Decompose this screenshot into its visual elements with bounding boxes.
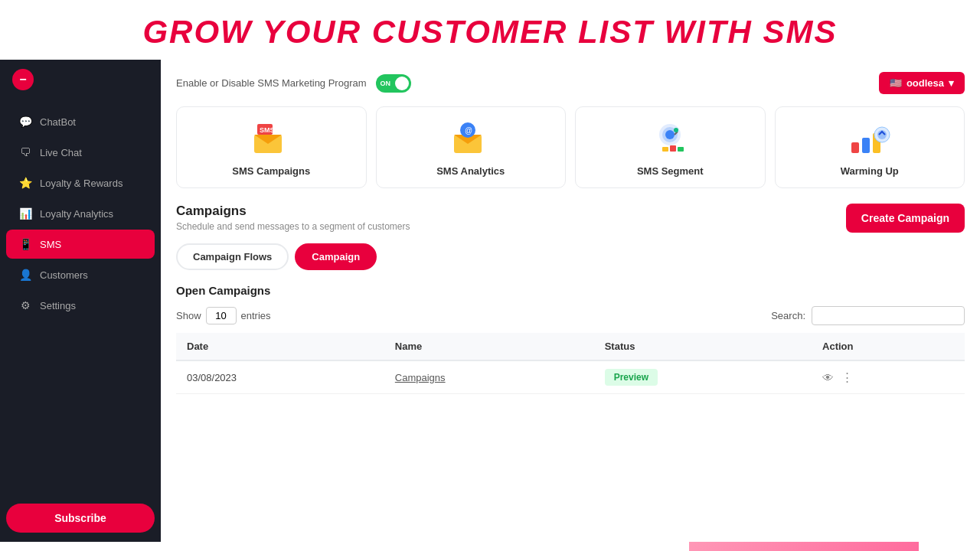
- status-badge: Preview: [605, 369, 658, 386]
- sms-campaigns-icon: SMS: [250, 121, 292, 158]
- subscribe-button[interactable]: Subscribe: [6, 504, 155, 533]
- sms-segment-label: SMS Segment: [637, 165, 704, 177]
- customers-icon: 👤: [18, 268, 32, 282]
- chevron-down-icon: ▾: [949, 77, 954, 89]
- row-date: 03/08/2023: [176, 360, 384, 394]
- logo-icon: −: [12, 69, 34, 90]
- toggle-switch[interactable]: ON: [376, 74, 411, 93]
- view-icon[interactable]: 👁: [822, 371, 834, 384]
- svg-point-14: [674, 128, 678, 132]
- campaigns-title: Campaigns: [176, 204, 410, 219]
- column-date: Date: [176, 333, 384, 360]
- loyalty-analytics-icon: 📊: [18, 207, 32, 220]
- toggle-label: Enable or Disable SMS Marketing Program: [176, 77, 367, 89]
- sidebar-item-label: ChatBot: [40, 116, 76, 128]
- sidebar-bottom: Subscribe: [0, 494, 161, 542]
- main-layout: − 💬ChatBot🗨Live Chat⭐Loyalty & Rewards📊L…: [0, 60, 980, 542]
- cards-row: SMS SMS Campaigns @ SMS Analytics SMS Se…: [176, 106, 965, 188]
- content-inner: Enable or Disable SMS Marketing Program …: [161, 60, 980, 542]
- sidebar-item-label: Settings: [40, 300, 76, 311]
- sidebar-nav: 💬ChatBot🗨Live Chat⭐Loyalty & Rewards📊Loy…: [0, 99, 161, 494]
- table-body: 03/08/2023CampaignsPreview 👁 ⋮: [176, 360, 965, 394]
- tabs-row: Campaign FlowsCampaign: [176, 243, 965, 270]
- svg-text:SMS: SMS: [260, 126, 275, 134]
- card-sms-analytics[interactable]: @ SMS Analytics: [376, 106, 567, 188]
- card-sms-campaigns[interactable]: SMS SMS Campaigns: [176, 106, 367, 188]
- card-sms-segment[interactable]: SMS Segment: [575, 106, 766, 188]
- data-table: DateNameStatusAction 03/08/2023Campaigns…: [176, 333, 965, 394]
- svg-text:@: @: [465, 126, 472, 135]
- chatbot-icon: 💬: [18, 115, 32, 129]
- toggle-on-label: ON: [381, 80, 391, 87]
- sidebar-item-chatbot[interactable]: 💬ChatBot: [6, 107, 155, 136]
- column-status: Status: [594, 333, 812, 360]
- sms-analytics-label: SMS Analytics: [436, 165, 505, 177]
- more-icon[interactable]: ⋮: [841, 370, 853, 384]
- row-action: 👁 ⋮: [812, 360, 965, 394]
- settings-icon: ⚙: [18, 298, 32, 312]
- search-label: Search:: [771, 310, 805, 321]
- sidebar-item-label: SMS: [40, 239, 61, 250]
- top-bar: Enable or Disable SMS Marketing Program …: [176, 72, 965, 94]
- search-input[interactable]: [812, 306, 965, 325]
- svg-rect-12: [670, 145, 676, 152]
- sidebar-item-label: Customers: [40, 269, 88, 281]
- live-chat-icon: 🗨: [18, 145, 32, 159]
- toggle-row: Enable or Disable SMS Marketing Program …: [176, 74, 411, 93]
- column-action: Action: [812, 333, 965, 360]
- sms-segment-icon: [648, 121, 691, 158]
- sidebar-item-settings[interactable]: ⚙Settings: [6, 291, 155, 320]
- loyalty-rewards-icon: ⭐: [18, 176, 32, 190]
- table-row: 03/08/2023CampaignsPreview 👁 ⋮: [176, 360, 965, 394]
- row-name[interactable]: Campaigns: [384, 360, 594, 394]
- column-name: Name: [384, 333, 594, 360]
- sidebar-item-label: Live Chat: [40, 147, 82, 158]
- sidebar-item-customers[interactable]: 👤Customers: [6, 260, 155, 289]
- sidebar-item-label: Loyalty Analytics: [40, 208, 113, 220]
- card-warming-up[interactable]: Warming Up: [775, 106, 965, 188]
- entries-label: entries: [241, 310, 271, 321]
- account-name: oodlesa: [906, 77, 944, 89]
- content-area: Enable or Disable SMS Marketing Program …: [161, 60, 980, 542]
- search-row: Search:: [771, 306, 965, 325]
- table-head: DateNameStatusAction: [176, 333, 965, 360]
- sidebar: − 💬ChatBot🗨Live Chat⭐Loyalty & Rewards📊L…: [0, 60, 161, 542]
- warming-up-label: Warming Up: [841, 165, 899, 177]
- svg-rect-15: [851, 142, 859, 153]
- row-status: Preview: [594, 360, 812, 394]
- sidebar-item-live-chat[interactable]: 🗨Live Chat: [6, 138, 155, 167]
- svg-point-10: [665, 130, 675, 139]
- campaigns-title-block: Campaigns Schedule and send messages to …: [176, 204, 410, 232]
- sidebar-item-label: Loyalty & Rewards: [40, 178, 122, 189]
- campaign-name-link[interactable]: Campaigns: [395, 372, 446, 383]
- sms-campaigns-label: SMS Campaigns: [232, 165, 310, 177]
- account-flag: 🇺🇸: [890, 77, 902, 89]
- action-icons: 👁 ⋮: [822, 370, 954, 384]
- entries-input[interactable]: [206, 307, 237, 324]
- tab-campaign[interactable]: Campaign: [295, 243, 377, 270]
- sidebar-item-loyalty-rewards[interactable]: ⭐Loyalty & Rewards: [6, 168, 155, 197]
- show-entries: Show entries: [176, 307, 271, 324]
- toggle-knob: [395, 77, 409, 90]
- open-campaigns-title: Open Campaigns: [176, 284, 965, 297]
- sms-analytics-icon: @: [449, 121, 492, 158]
- tab-campaign-flows[interactable]: Campaign Flows: [176, 243, 289, 270]
- table-header-row: DateNameStatusAction: [176, 333, 965, 360]
- page-title: GROW YOUR CUSTOMER LIST WITH SMS: [0, 14, 980, 51]
- campaigns-header: Campaigns Schedule and send messages to …: [176, 204, 965, 233]
- sidebar-item-loyalty-analytics[interactable]: 📊Loyalty Analytics: [6, 199, 155, 228]
- sidebar-item-sms[interactable]: 📱SMS: [6, 230, 155, 259]
- svg-rect-16: [862, 138, 870, 153]
- campaigns-subtitle: Schedule and send messages to a segment …: [176, 221, 410, 232]
- table-controls: Show entries Search:: [176, 306, 965, 325]
- warming-up-icon: [848, 121, 891, 158]
- sms-icon: 📱: [18, 237, 32, 251]
- create-campaign-button[interactable]: Create Campaign: [846, 204, 965, 233]
- svg-rect-13: [678, 147, 684, 152]
- account-button[interactable]: 🇺🇸 oodlesa ▾: [879, 72, 965, 94]
- svg-rect-11: [662, 147, 668, 152]
- show-label: Show: [176, 310, 201, 321]
- sidebar-logo: −: [0, 60, 161, 99]
- header: GROW YOUR CUSTOMER LIST WITH SMS: [0, 0, 980, 60]
